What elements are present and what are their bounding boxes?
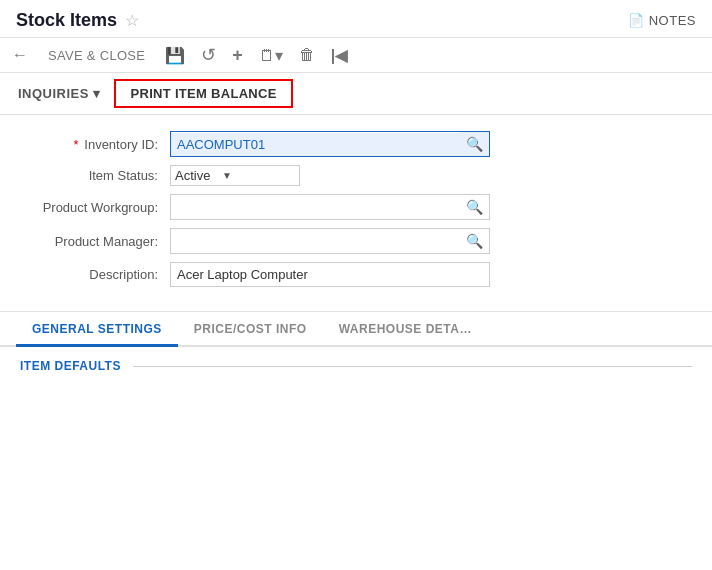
product-manager-row: Product Manager: 🔍 [20, 228, 692, 254]
tabs-bar: GENERAL SETTINGS PRICE/COST INFO WAREHOU… [0, 312, 712, 347]
section-header: ITEM DEFAULTS [0, 347, 712, 373]
product-manager-search-icon[interactable]: 🔍 [460, 229, 489, 253]
section-line [133, 366, 692, 367]
section-title: ITEM DEFAULTS [20, 359, 121, 373]
tab-general-settings[interactable]: GENERAL SETTINGS [16, 312, 178, 347]
tab-price-cost-info[interactable]: PRICE/COST INFO [178, 312, 323, 347]
form-area: * Inventory ID: 🔍 Item Status: Active In… [0, 115, 712, 312]
description-label: Description: [20, 267, 170, 282]
header-right: 📄 NOTES [628, 13, 696, 28]
product-workgroup-label: Product Workgroup: [20, 200, 170, 215]
product-workgroup-field: 🔍 [170, 194, 692, 220]
inquiries-button[interactable]: INQUIRIES ▾ [12, 82, 106, 105]
required-asterisk: * [74, 137, 79, 152]
notes-button[interactable]: 📄 NOTES [628, 13, 696, 28]
tab-warehouse-details[interactable]: WAREHOUSE DETA… [323, 312, 488, 347]
notes-label: NOTES [649, 13, 696, 28]
inventory-id-label: * Inventory ID: [20, 137, 170, 152]
item-status-field: Active Inactive ▼ [170, 165, 692, 186]
first-record-icon[interactable]: |◀ [331, 46, 347, 65]
delete-icon[interactable]: 🗑 [299, 46, 315, 64]
item-status-label: Item Status: [20, 168, 170, 183]
inquiries-label: INQUIRIES [18, 86, 89, 101]
page-title: Stock Items [16, 10, 117, 31]
save-close-button[interactable]: SAVE & CLOSE [44, 46, 149, 65]
product-manager-label: Product Manager: [20, 234, 170, 249]
back-button[interactable]: ← [12, 46, 28, 64]
inquiries-arrow-icon: ▾ [93, 86, 101, 101]
product-manager-field: 🔍 [170, 228, 692, 254]
item-status-select-wrapper: Active Inactive ▼ [170, 165, 300, 186]
item-status-select[interactable]: Active Inactive [175, 168, 238, 183]
inventory-id-search-icon[interactable]: 🔍 [460, 132, 489, 156]
product-manager-input-wrapper: 🔍 [170, 228, 490, 254]
product-workgroup-input[interactable] [171, 196, 460, 219]
header-left: Stock Items ☆ [16, 10, 139, 31]
product-workgroup-row: Product Workgroup: 🔍 [20, 194, 692, 220]
item-status-row: Item Status: Active Inactive ▼ [20, 165, 692, 186]
notes-icon: 📄 [628, 13, 645, 28]
add-icon[interactable]: + [232, 45, 243, 66]
description-field: Acer Laptop Computer [170, 262, 692, 287]
favorite-icon[interactable]: ☆ [125, 11, 139, 30]
inventory-id-row: * Inventory ID: 🔍 [20, 131, 692, 157]
toolbar: ← SAVE & CLOSE 💾 ↺ + 🗒▾ 🗑 |◀ [0, 38, 712, 73]
inventory-id-field: 🔍 [170, 131, 692, 157]
save-icon[interactable]: 💾 [165, 46, 185, 65]
undo-icon[interactable]: ↺ [201, 44, 216, 66]
page-header: Stock Items ☆ 📄 NOTES [0, 0, 712, 38]
action-bar: INQUIRIES ▾ PRINT ITEM BALANCE [0, 73, 712, 115]
inventory-id-input-wrapper: 🔍 [170, 131, 490, 157]
product-workgroup-input-wrapper: 🔍 [170, 194, 490, 220]
description-row: Description: Acer Laptop Computer [20, 262, 692, 287]
description-input[interactable]: Acer Laptop Computer [170, 262, 490, 287]
product-manager-input[interactable] [171, 230, 460, 253]
print-item-balance-button[interactable]: PRINT ITEM BALANCE [114, 79, 292, 108]
copy-dropdown-button[interactable]: 🗒▾ [259, 46, 283, 65]
inventory-id-input[interactable] [171, 133, 460, 156]
product-workgroup-search-icon[interactable]: 🔍 [460, 195, 489, 219]
